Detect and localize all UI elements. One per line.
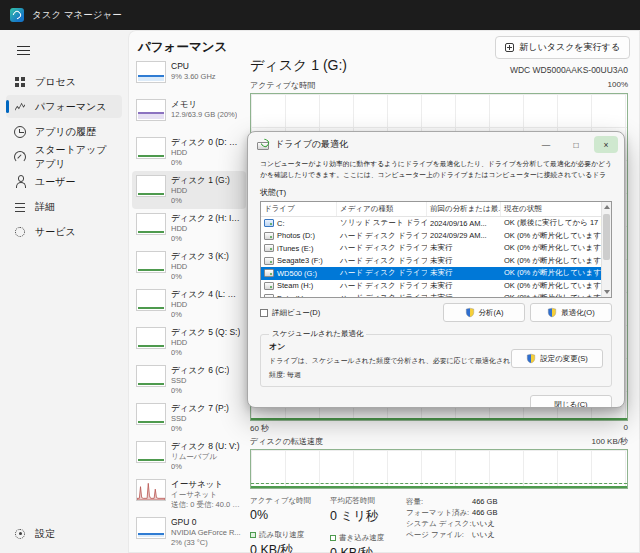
perf-item-type: HDD (171, 338, 240, 348)
table-scrollbar[interactable] (601, 202, 611, 297)
disk-property-row: ページ ファイル: いいえ (406, 529, 497, 540)
perf-item-type: イーサネット (171, 490, 242, 500)
drive-row[interactable]: Data (I:) ハード ディスク ドライブ 未実行 OK (0% が断片化し… (261, 292, 611, 298)
write-speed-label: 書き込み速度 (339, 533, 384, 543)
checkbox-icon (260, 309, 268, 317)
performance-list-item[interactable]: ディスク 1 (G:) HDD 0% (132, 171, 246, 209)
perf-item-type: HDD (171, 262, 229, 272)
change-settings-button[interactable]: 設定の変更(S) (511, 349, 603, 368)
menu-toggle-button[interactable] (8, 38, 38, 62)
read-speed-legend-icon (250, 532, 256, 538)
column-header-media-type[interactable]: メディアの種類 (337, 202, 427, 216)
mini-chart (136, 213, 166, 235)
optimize-button[interactable]: 最適化(O) (530, 303, 612, 322)
performance-list-item[interactable]: メモリ 12.9/63.9 GB (20%) (132, 95, 246, 133)
column-header-drive[interactable]: ドライブ (261, 202, 337, 216)
minimize-button[interactable]: — (534, 136, 558, 153)
drive-name: C: (277, 219, 285, 228)
advanced-view-label: 詳細ビュー(D) (272, 308, 320, 318)
dialog-title: ドライブの最適化 (275, 138, 528, 151)
drive-row[interactable]: WD500 (G:) ハード ディスク ドライブ 未実行 OK (0% が断片化… (261, 267, 611, 280)
analyze-button[interactable]: 分析(A) (443, 303, 525, 322)
performance-list-item[interactable]: イーサネット イーサネット 送信: 0 受信: 40.0 Kbps (132, 475, 246, 513)
performance-list-item[interactable]: ディスク 3 (K:) HDD 0% (132, 247, 246, 285)
drive-media-type: ソリッド ステート ドライブ (337, 218, 427, 228)
sidebar-item[interactable]: 詳細 (6, 195, 122, 218)
drive-row[interactable]: iTunes (E:) ハード ディスク ドライブ 未実行 OK (0% が断片… (261, 242, 611, 255)
performance-list-item[interactable]: ディスク 0 (D: E: F:) HDD 0% (132, 133, 246, 171)
performance-list-item[interactable]: GPU 0 NVIDIA GeForce R... 2% (33 °C) (132, 513, 246, 551)
run-new-task-icon (505, 43, 514, 52)
sidebar-item[interactable]: ユーザー (6, 170, 122, 193)
perf-item-usage: 2% (33 °C) (171, 538, 241, 548)
maximize-icon: □ (573, 140, 578, 150)
perf-item-name: ディスク 3 (K:) (171, 251, 229, 262)
maximize-button[interactable]: □ (564, 136, 588, 153)
disk-properties: 容量: 466 GB フォーマット済み: 466 GB システム ディスク: い… (406, 496, 497, 553)
drive-row[interactable]: Photos (D:) ハード ディスク ドライブ 2024/09/29 AM.… (261, 230, 611, 243)
sidebar: プロセス パフォーマンス アプリの履歴 スタートアップ アプリ (0, 30, 128, 553)
scrollbar-thumb[interactable] (603, 214, 610, 260)
perf-item-type: NVIDIA GeForce R... (171, 528, 241, 538)
perf-item-usage: 0% (171, 462, 240, 472)
drive-icon (264, 232, 274, 240)
sidebar-item-icon (13, 125, 27, 139)
performance-list-item[interactable]: ディスク 6 (C:) SSD 0% (132, 361, 246, 399)
analyze-label: 分析(A) (479, 308, 504, 318)
drive-icon (264, 244, 274, 252)
sidebar-item[interactable]: スタートアップ アプリ (6, 145, 122, 168)
drive-name: Photos (D:) (277, 231, 315, 240)
sidebar-item[interactable]: サービス (6, 220, 122, 243)
performance-list-item[interactable]: ディスク 2 (H: I: J:) HDD 0% (132, 209, 246, 247)
column-header-last-run[interactable]: 前回の分析または最... (427, 202, 501, 216)
sidebar-item-settings[interactable]: 設定 (6, 522, 122, 545)
perf-item-name: ディスク 5 (Q: S:) (171, 327, 240, 338)
drive-row[interactable]: C: ソリッド ステート ドライブ 2024/09/16 AM... OK (最… (261, 217, 611, 230)
perf-item-usage: 送信: 0 受信: 40.0 Kbps (171, 500, 242, 510)
active-time-label: アクティブな時間 (250, 496, 316, 506)
sidebar-item[interactable]: パフォーマンス (6, 95, 122, 118)
sidebar-item-label: パフォーマンス (35, 100, 106, 114)
response-time-value: 0 ミリ秒 (330, 508, 392, 525)
close-icon: × (604, 140, 609, 150)
disk-title: ディスク 1 (G:) (250, 57, 347, 75)
perf-item-usage: 0% (171, 310, 242, 320)
disk-property-row: フォーマット済み: 466 GB (406, 507, 497, 518)
drive-row[interactable]: Seagate3 (F:) ハード ディスク ドライブ 未実行 OK (0% が… (261, 255, 611, 268)
performance-list-item[interactable]: ディスク 5 (Q: S:) HDD 0% (132, 323, 246, 361)
drive-icon (264, 282, 274, 290)
sidebar-item[interactable]: プロセス (6, 70, 122, 93)
sidebar-item-label: サービス (35, 225, 76, 239)
sidebar-item-label: プロセス (35, 75, 76, 89)
uac-shield-icon (547, 307, 557, 318)
drive-status: OK (0% が断片化しています) (501, 256, 606, 266)
drive-status: OK (0% が断片化しています) (501, 243, 606, 253)
advanced-view-checkbox[interactable]: 詳細ビュー(D) (260, 308, 320, 318)
chart-max-label: 100% (608, 80, 628, 91)
performance-list-item[interactable]: CPU 9% 3.60 GHz (132, 57, 246, 95)
drive-last-run: 2024/09/29 AM... (427, 231, 501, 240)
mini-chart (136, 251, 166, 273)
sidebar-item[interactable]: アプリの履歴 (6, 120, 122, 143)
close-button[interactable]: × (594, 136, 618, 153)
optimize-label: 最適化(O) (561, 308, 594, 318)
dialog-titlebar[interactable]: ドライブの最適化 — □ × (248, 132, 624, 157)
mini-chart (136, 99, 166, 121)
drive-row[interactable]: Steam (H:) ハード ディスク ドライブ 未実行 OK (0% が断片化… (261, 280, 611, 293)
mini-chart (136, 479, 166, 501)
column-header-current-status[interactable]: 現在の状態 (501, 202, 611, 216)
performance-list-item[interactable]: ディスク 4 (L: M: N: O:) HDD 0% (132, 285, 246, 323)
drive-icon (264, 257, 274, 265)
read-speed-label: 読み取り速度 (259, 530, 304, 540)
drive-name: Steam (H:) (277, 281, 313, 290)
close-dialog-button[interactable]: 閉じる(C) (530, 395, 612, 408)
gear-icon (13, 527, 27, 541)
drive-media-type: ハード ディスク ドライブ (337, 268, 427, 278)
perf-item-type: HDD (171, 224, 242, 234)
performance-list-item[interactable]: ディスク 8 (U: V:) リムーバブル 0% (132, 437, 246, 475)
sidebar-item-icon (13, 75, 27, 89)
run-new-task-button[interactable]: 新しいタスクを実行する (495, 36, 630, 59)
performance-list-item[interactable]: ディスク 7 (P:) SSD 0% (132, 399, 246, 437)
perf-item-name: ディスク 1 (G:) (171, 175, 230, 186)
property-value: いいえ (472, 529, 495, 540)
